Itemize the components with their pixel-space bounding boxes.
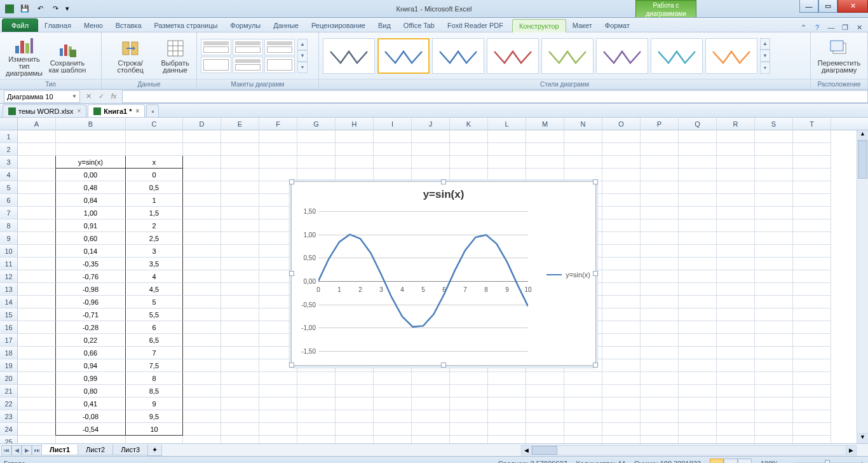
cell[interactable] [717,219,755,232]
cell[interactable] [793,372,831,385]
cell[interactable]: 8 [126,372,183,385]
cell[interactable] [183,194,221,207]
cell[interactable] [602,219,641,232]
document-tab[interactable]: темы WORD.xlsx× [3,104,86,117]
cell[interactable] [602,410,641,423]
cell[interactable]: 0,5 [126,181,183,194]
row-header[interactable]: 10 [0,245,18,258]
cell[interactable] [259,156,297,169]
cell[interactable]: 0 [126,169,183,181]
cell[interactable] [602,143,641,156]
layout-option[interactable] [264,57,295,73]
cell[interactable] [183,397,221,410]
cell[interactable] [183,258,221,270]
cell[interactable] [450,397,488,410]
cell[interactable]: 3,5 [126,258,183,270]
cell[interactable] [221,219,259,232]
cell[interactable] [641,169,679,181]
normal-view-button[interactable] [710,459,724,464]
chart-object[interactable]: y=sin(x) -1,50-1,00-0,500,000,501,001,50… [291,181,596,366]
cell[interactable] [488,423,526,436]
cell[interactable]: 9,5 [126,410,183,423]
cell[interactable] [564,397,602,410]
cell[interactable] [336,397,374,410]
cell[interactable] [488,143,526,156]
cell[interactable] [183,347,221,359]
cell[interactable]: -0,71 [56,308,126,321]
horizontal-scrollbar[interactable]: ◀ ▶ [521,445,857,455]
cell[interactable] [717,181,755,194]
cell[interactable] [221,423,259,436]
cell[interactable] [793,397,831,410]
cell[interactable] [221,385,259,397]
cell[interactable] [602,397,641,410]
cell[interactable] [679,308,717,321]
name-box[interactable]: Диаграмма 10▼ [4,90,80,103]
row-header[interactable]: 18 [0,347,18,359]
cell[interactable] [602,130,641,143]
cell[interactable] [793,219,831,232]
cell[interactable] [183,296,221,308]
cell[interactable] [221,397,259,410]
cell[interactable] [126,130,183,143]
cell[interactable] [221,130,259,143]
cell[interactable] [526,143,564,156]
cell[interactable] [755,372,793,385]
cell[interactable]: -0,54 [56,423,126,436]
workbook-minimize-icon[interactable]: — [826,24,836,32]
column-header[interactable]: J [412,118,450,130]
cell[interactable] [679,283,717,296]
minimize-button[interactable]: — [799,0,818,13]
cell[interactable]: -0,76 [56,270,126,283]
row-header[interactable]: 8 [0,219,18,232]
cell[interactable] [183,385,221,397]
column-header[interactable]: C [126,118,183,130]
cell[interactable] [679,270,717,283]
chart-style-option[interactable] [432,38,484,74]
cell[interactable] [641,334,679,347]
column-header[interactable]: R [717,118,755,130]
cell[interactable] [18,207,56,219]
cell[interactable] [755,359,793,372]
cell[interactable] [641,372,679,385]
ribbon-tab[interactable]: Меню [78,19,109,32]
cell[interactable] [717,410,755,423]
cell[interactable] [450,423,488,436]
cell[interactable] [717,397,755,410]
cell[interactable] [717,359,755,372]
cell[interactable] [755,423,793,436]
cell[interactable] [56,143,126,156]
cell[interactable] [412,385,450,397]
cell[interactable] [183,283,221,296]
cell[interactable] [793,385,831,397]
cell[interactable] [183,334,221,347]
cell[interactable] [374,372,412,385]
cell[interactable] [297,410,336,423]
close-tab-icon[interactable]: × [77,107,81,114]
cell[interactable] [18,308,56,321]
cell[interactable] [450,143,488,156]
cell[interactable] [717,347,755,359]
cell[interactable] [679,232,717,245]
gallery-down-icon[interactable]: ▼ [760,50,770,62]
layout-option[interactable] [233,39,263,55]
cell[interactable] [679,359,717,372]
cell[interactable] [717,258,755,270]
cell[interactable]: 6,5 [126,334,183,347]
row-header[interactable]: 24 [0,423,18,436]
cell[interactable] [602,385,641,397]
cell[interactable] [221,181,259,194]
cell[interactable] [679,219,717,232]
column-header[interactable]: G [297,118,336,130]
cell[interactable] [18,270,56,283]
ribbon-tab-contextual[interactable]: Макет [566,19,599,32]
cell[interactable] [374,169,412,181]
cell[interactable] [641,423,679,436]
cell[interactable] [221,232,259,245]
cell[interactable] [183,321,221,334]
cell[interactable] [641,143,679,156]
cell[interactable] [641,219,679,232]
cell[interactable] [488,372,526,385]
sheet-tab[interactable]: Лист1 [41,445,78,455]
cell[interactable] [374,143,412,156]
